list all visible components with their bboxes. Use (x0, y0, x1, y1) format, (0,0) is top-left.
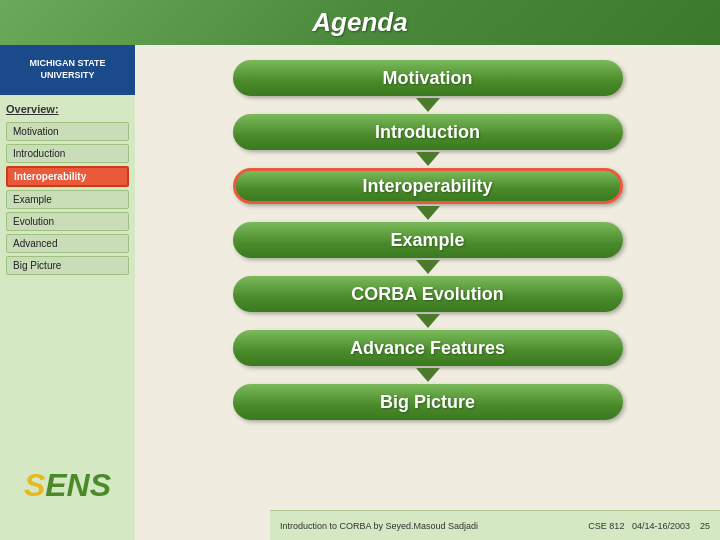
agenda-item-advance-features: Advance Features (165, 330, 690, 366)
main-content: Overview: Motivation Introduction Intero… (0, 45, 720, 540)
arrow-5 (416, 314, 440, 328)
page-header: Agenda (0, 0, 720, 45)
page-title: Agenda (312, 7, 407, 38)
footer-course: CSE 812 (588, 521, 624, 531)
footer-date: 04/14-16/2003 (632, 521, 690, 531)
footer-page: 25 (700, 521, 710, 531)
agenda-item-corba-evolution: CORBA Evolution (165, 276, 690, 312)
msu-logo: MICHIGAN STATE UNIVERSITY (0, 45, 135, 95)
page-footer: Introduction to CORBA by Seyed.Masoud Sa… (270, 510, 720, 540)
msu-logo-text: MICHIGAN STATE UNIVERSITY (29, 58, 105, 81)
big-picture-box[interactable]: Big Picture (233, 384, 623, 420)
footer-right: CSE 812 04/14-16/2003 25 (588, 521, 710, 531)
agenda-item-example: Example (165, 222, 690, 258)
sens-s-letter: S (24, 467, 45, 503)
agenda-item-interoperability: Interoperability (165, 168, 690, 204)
motivation-box[interactable]: Motivation (233, 60, 623, 96)
footer-left: Introduction to CORBA by Seyed.Masoud Sa… (280, 521, 478, 531)
agenda-item-big-picture: Big Picture (165, 384, 690, 420)
agenda-list: Motivation Introduction Interoperability… (165, 55, 690, 540)
sidebar-item-interoperability[interactable]: Interoperability (6, 166, 129, 187)
agenda-item-introduction: Introduction (165, 114, 690, 150)
arrow-3 (416, 206, 440, 220)
sidebar-item-introduction[interactable]: Introduction (6, 144, 129, 163)
arrow-4 (416, 260, 440, 274)
msu-line2: UNIVERSITY (29, 70, 105, 82)
agenda-item-motivation: Motivation (165, 60, 690, 96)
corba-evolution-box[interactable]: CORBA Evolution (233, 276, 623, 312)
arrow-6 (416, 368, 440, 382)
introduction-box[interactable]: Introduction (233, 114, 623, 150)
sidebar-item-big-picture[interactable]: Big Picture (6, 256, 129, 275)
sidebar-item-example[interactable]: Example (6, 190, 129, 209)
sidebar-item-advanced[interactable]: Advanced (6, 234, 129, 253)
sidebar-item-motivation[interactable]: Motivation (6, 122, 129, 141)
sidebar: Overview: Motivation Introduction Intero… (0, 45, 135, 540)
agenda-content: Motivation Introduction Interoperability… (135, 45, 720, 540)
example-box[interactable]: Example (233, 222, 623, 258)
advance-features-box[interactable]: Advance Features (233, 330, 623, 366)
msu-line1: MICHIGAN STATE (29, 58, 105, 70)
sens-logo-text: SENS (24, 467, 111, 504)
overview-label: Overview: (6, 103, 129, 115)
arrow-2 (416, 152, 440, 166)
arrow-1 (416, 98, 440, 112)
sens-rest: ENS (45, 467, 111, 503)
sens-logo: SENS (0, 460, 135, 510)
sidebar-item-evolution[interactable]: Evolution (6, 212, 129, 231)
interoperability-box[interactable]: Interoperability (233, 168, 623, 204)
